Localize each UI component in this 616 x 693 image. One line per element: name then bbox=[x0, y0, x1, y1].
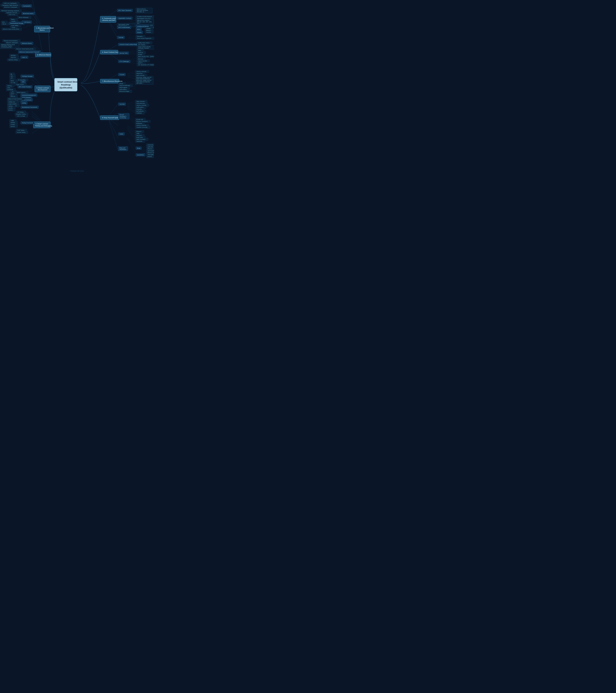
svg-line-55 bbox=[108, 10, 117, 17]
codeeater[interactable]: CodeEater ↗ bbox=[135, 112, 145, 114]
svg-line-92 bbox=[127, 73, 136, 75]
svg-line-111 bbox=[127, 108, 136, 111]
filecoin[interactable]: Filecoin ↗ bbox=[1, 23, 9, 25]
svg-line-0 bbox=[32, 6, 41, 25]
footer: Presented with xmind bbox=[0, 170, 154, 172]
svg-line-64 bbox=[129, 21, 137, 23]
optimistic-rollups[interactable]: Optimistic Rollups ↗ bbox=[7, 59, 20, 61]
courses-topic: Courses bbox=[118, 73, 126, 76]
svg-line-122 bbox=[127, 130, 136, 141]
svg-line-75 bbox=[108, 44, 118, 50]
cryptography-topic: Cryptography bbox=[21, 4, 32, 7]
dexs-topic: DEXs bbox=[136, 28, 142, 31]
svg-line-46 bbox=[32, 114, 42, 122]
svg-line-107 bbox=[127, 103, 136, 104]
discord-topic: Discord Developer's Community bbox=[118, 113, 129, 119]
svg-line-117 bbox=[127, 125, 136, 131]
dappradar-twitter[interactable]: DappRadar ↗ bbox=[135, 140, 145, 142]
defi-fundamentals-topic: DeFi Fundamentals bbox=[117, 26, 131, 29]
twitter-topic: Twitter bbox=[118, 133, 125, 135]
svg-line-59 bbox=[108, 21, 117, 37]
svg-line-94 bbox=[127, 76, 136, 77]
svg-line-105 bbox=[109, 121, 118, 151]
ctf-topic: CTF Challenges bbox=[118, 60, 130, 63]
security-tools-topic: Security Tools bbox=[118, 52, 129, 55]
svg-line-110 bbox=[127, 107, 136, 109]
section-4: 4. Smart contractTesting and Debugging bbox=[33, 122, 50, 128]
svg-line-74 bbox=[129, 38, 137, 39]
blockchain-bridges[interactable]: Blockchain Bridges ↗ bbox=[118, 90, 132, 93]
evm[interactable]: Ethereum Virtual Machine (EVM) ↗ bbox=[15, 48, 36, 50]
svg-line-1 bbox=[32, 13, 41, 26]
sidechains[interactable]: Sidechans ↗ bbox=[9, 56, 19, 59]
blockchain-crypto[interactable]: Blockchain Cryptography ↗ bbox=[3, 6, 20, 8]
svg-line-101 bbox=[109, 104, 118, 116]
solidity-topic: Solidity bbox=[21, 101, 27, 104]
bankless[interactable]: Bankless ↗ bbox=[146, 155, 154, 158]
testing-fw-topic: Testing Framework bbox=[21, 121, 34, 124]
youtube-topic: YouTube bbox=[118, 103, 126, 105]
svg-line-51 bbox=[22, 120, 32, 121]
yarn[interactable]: yarn ↗ bbox=[9, 77, 16, 79]
svg-line-119 bbox=[127, 127, 136, 135]
svg-line-45 bbox=[32, 111, 42, 121]
pow-pos[interactable]: PoW vs PoS ↗ bbox=[7, 13, 18, 16]
diff-proxy[interactable]: Different Proxy Patterns - EIPs 897, 182… bbox=[136, 19, 154, 25]
svg-line-93 bbox=[127, 75, 136, 76]
svg-line-118 bbox=[127, 126, 136, 133]
svg-line-15 bbox=[23, 25, 32, 28]
svg-line-124 bbox=[127, 139, 136, 153]
svg-line-73 bbox=[129, 37, 137, 37]
section-3: 3. Smart contractDevelopment bbox=[35, 86, 50, 92]
section-6: 6. Smart Contract Secuirty bbox=[100, 50, 118, 54]
tutorials-topic: Tutorials bbox=[117, 36, 125, 39]
code-coverage[interactable]: Code Coverage ↗ bbox=[16, 115, 27, 117]
bitcoin-whitepaper[interactable]: Bitcoin Whitepaper ↗ bbox=[18, 16, 31, 19]
ethereum-basics-topic: Ethereum Basics bbox=[21, 42, 33, 45]
blockchain-basics-topic: Blockchain Basics bbox=[22, 12, 35, 15]
blogs-topic: Blogs bbox=[136, 147, 142, 150]
package-manager-topic: Package Manager bbox=[21, 75, 34, 78]
section-5: 5. Commonly usedLibraries and DeFi bbox=[100, 16, 116, 23]
erc-topic: ERC Token Standards bbox=[117, 9, 133, 12]
svg-line-121 bbox=[127, 129, 136, 139]
blockchain-ctf[interactable]: 100+ Blockchain CTF Challenges ↗ bbox=[137, 64, 154, 66]
svg-line-109 bbox=[127, 106, 136, 107]
sc-security-verification[interactable]: Smart Contract Security Verification Sta… bbox=[137, 45, 154, 50]
erc-standards[interactable]: ERC20, ERC721, ERC1155, ERC4626, ERC2981… bbox=[136, 8, 152, 13]
brownie[interactable]: Brownie ↗ bbox=[7, 109, 15, 111]
chainlink-community[interactable]: Chainlink Community ↗ bbox=[135, 126, 150, 128]
eip-topic: Ethereum Improvement Proposals bbox=[18, 51, 41, 54]
ens[interactable]: Ethereum Name Service (ENS) ↗ bbox=[2, 28, 22, 31]
brownie-4[interactable]: Brownie ↗ bbox=[9, 125, 17, 128]
svg-line-104 bbox=[109, 120, 118, 138]
svg-line-63 bbox=[129, 20, 137, 21]
oracles-defi-topic: Oracles bbox=[136, 31, 143, 34]
section-7: 7. Miscellaneous Resources bbox=[100, 79, 119, 83]
section-1: 1. Blockchain and Web3Basics bbox=[34, 26, 50, 32]
svg-line-35 bbox=[22, 89, 32, 90]
newsletters-topic: Newsletters bbox=[136, 153, 145, 156]
chainlink-defi[interactable]: Chainlink ↗ bbox=[145, 31, 153, 34]
rpc-topic: RPC Node Providers bbox=[18, 85, 32, 88]
central-node: Smart contract Developer'sRoadmap(QuillA… bbox=[54, 78, 77, 91]
smart-contract-programmer[interactable]: Smart contract Programmer ↗ bbox=[136, 37, 154, 40]
svg-line-106 bbox=[127, 101, 136, 104]
svg-line-89 bbox=[109, 74, 118, 79]
dev-frameworks-topic: Development Frameworks bbox=[21, 106, 39, 108]
svg-line-108 bbox=[127, 105, 136, 105]
svg-line-71 bbox=[129, 32, 137, 32]
svg-line-97 bbox=[127, 83, 136, 83]
common-bugs-topic: Common Smart contract Bugs bbox=[118, 43, 138, 46]
blogs-newsletters-topic: Blogs and Newsletters bbox=[118, 146, 128, 151]
svg-line-123 bbox=[127, 138, 136, 148]
svg-line-120 bbox=[127, 128, 136, 137]
svg-line-95 bbox=[127, 77, 136, 79]
blockchain-python[interactable]: Blockchain, Solidity, and Full Stack Web… bbox=[135, 79, 153, 85]
svg-line-96 bbox=[127, 81, 136, 82]
ides-topic: IDEs bbox=[21, 80, 26, 83]
svg-line-91 bbox=[127, 71, 136, 74]
web3-security-quillaudits[interactable]: Web3 Security Tools – QuillAudits ↗ bbox=[137, 55, 154, 58]
invariant-testing[interactable]: Invariant Testing ↗ bbox=[16, 131, 28, 134]
upgradable-topic: Upgradable Contracts bbox=[117, 17, 132, 20]
